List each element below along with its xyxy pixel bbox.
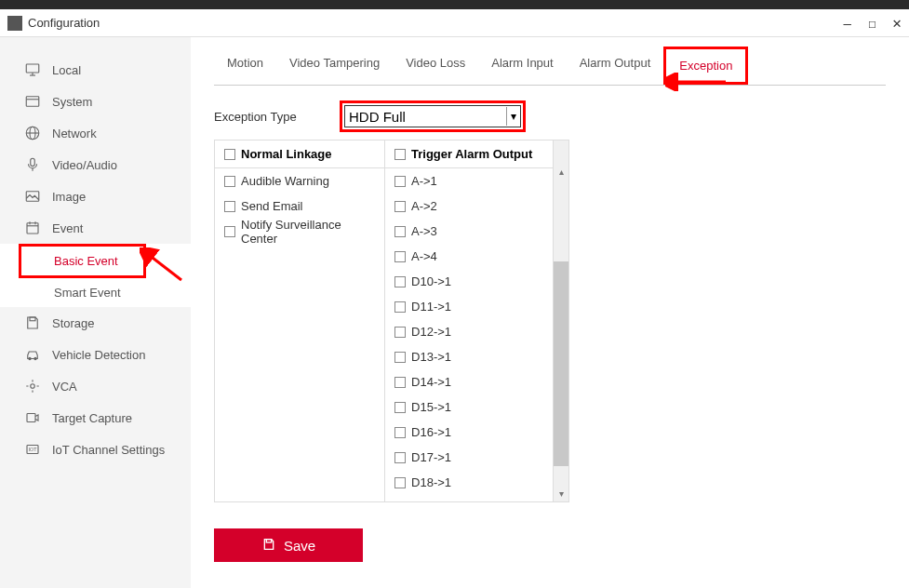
close-button[interactable]: ✕ xyxy=(892,14,902,32)
checkbox[interactable] xyxy=(394,427,406,438)
sidebar-item-event[interactable]: Event xyxy=(0,212,191,244)
linkage-row[interactable]: A->4 xyxy=(385,244,553,269)
exception-type-select[interactable]: HDD Full ▾ xyxy=(344,105,521,127)
exception-type-label: Exception Type xyxy=(214,110,316,124)
vca-icon xyxy=(24,378,41,394)
sidebar-item-smart-event[interactable]: Smart Event xyxy=(0,278,191,307)
tab-alarm-input[interactable]: Alarm Input xyxy=(478,47,566,85)
checkbox[interactable] xyxy=(394,352,406,363)
minimize-button[interactable]: — xyxy=(843,16,850,31)
svg-point-18 xyxy=(31,384,35,389)
sidebar-label: System xyxy=(52,95,92,109)
scroll-up-icon[interactable]: ▴ xyxy=(554,163,568,180)
chevron-down-icon: ▾ xyxy=(506,107,516,126)
app-icon xyxy=(7,16,22,31)
checkbox[interactable] xyxy=(224,201,235,212)
checkbox[interactable] xyxy=(394,201,406,212)
svg-rect-22 xyxy=(266,539,271,541)
annotation-highlight: Basic Event xyxy=(19,244,146,278)
checkbox[interactable] xyxy=(394,176,406,187)
sidebar-item-vehicle-detection[interactable]: Vehicle Detection xyxy=(0,339,191,370)
tab-video-loss[interactable]: Video Loss xyxy=(393,47,478,85)
linkage-row[interactable]: D13->1 xyxy=(385,344,553,369)
linkage-row[interactable]: Send Email xyxy=(215,194,384,219)
linkage-row[interactable]: D15->1 xyxy=(385,394,553,420)
image-icon xyxy=(24,188,41,205)
svg-rect-19 xyxy=(27,414,35,422)
save-label: Save xyxy=(284,538,315,554)
mic-icon xyxy=(24,156,41,173)
linkage-row[interactable]: A->3 xyxy=(385,219,553,244)
linkage-row[interactable]: D18->1 xyxy=(385,470,553,495)
select-value: HDD Full xyxy=(349,109,406,125)
sidebar-label: Vehicle Detection xyxy=(52,348,145,362)
sidebar: Local System Network Video/Audio Image E… xyxy=(0,37,191,588)
linkage-row[interactable]: Notify Surveillance Center xyxy=(215,219,384,244)
checkbox[interactable] xyxy=(394,402,406,413)
checkbox[interactable] xyxy=(394,226,406,237)
sidebar-label: IoT Channel Settings xyxy=(52,443,165,457)
config-window: Configuration — ☐ ✕ Local System Network xyxy=(0,9,909,588)
sidebar-item-network[interactable]: Network xyxy=(0,117,191,149)
checkbox[interactable] xyxy=(224,176,235,187)
sidebar-item-vca[interactable]: VCA xyxy=(0,370,191,402)
sidebar-item-target-capture[interactable]: Target Capture xyxy=(0,402,191,434)
tab-alarm-output[interactable]: Alarm Output xyxy=(567,47,664,85)
sidebar-item-iot[interactable]: IOT IoT Channel Settings xyxy=(0,434,191,465)
save-icon xyxy=(261,537,276,555)
save-button[interactable]: Save xyxy=(214,528,363,562)
globe-icon xyxy=(24,125,41,141)
checkbox[interactable] xyxy=(394,452,406,463)
normal-linkage-header: Normal Linkage xyxy=(215,140,384,168)
linkage-row[interactable]: A->1 xyxy=(385,168,553,194)
tab-motion[interactable]: Motion xyxy=(214,47,276,85)
sidebar-label: Basic Event xyxy=(54,254,118,268)
sidebar-item-video-audio[interactable]: Video/Audio xyxy=(0,149,191,180)
annotation-highlight: HDD Full ▾ xyxy=(340,100,526,132)
sidebar-item-system[interactable]: System xyxy=(0,86,191,117)
sidebar-item-storage[interactable]: Storage xyxy=(0,307,191,339)
sidebar-label: Video/Audio xyxy=(52,158,117,172)
trigger-alarm-header: Trigger Alarm Output xyxy=(385,140,553,168)
checkbox[interactable] xyxy=(394,251,406,262)
trigger-alarm-column: Trigger Alarm Output A->1 A->2 A->3 A->4… xyxy=(385,140,554,501)
sidebar-label: Image xyxy=(52,190,86,204)
checkbox[interactable] xyxy=(394,276,406,287)
svg-rect-11 xyxy=(27,223,38,234)
linkage-row[interactable]: D10->1 xyxy=(385,269,553,294)
scrollbar[interactable]: ▴ ▾ xyxy=(554,140,568,501)
sidebar-submenu: Basic Event Smart Event xyxy=(0,244,191,307)
sidebar-item-image[interactable]: Image xyxy=(0,180,191,212)
linkage-row[interactable]: D11->1 xyxy=(385,294,553,319)
checkbox[interactable] xyxy=(394,377,406,388)
calendar-icon xyxy=(24,220,41,236)
checkbox[interactable] xyxy=(394,327,406,338)
maximize-button[interactable]: ☐ xyxy=(868,16,876,31)
sidebar-item-local[interactable]: Local xyxy=(0,54,191,86)
sidebar-label: Target Capture xyxy=(52,411,132,425)
checkbox-all-normal[interactable] xyxy=(224,149,235,160)
monitor-icon xyxy=(24,61,41,78)
scroll-thumb[interactable] xyxy=(554,261,568,466)
linkage-table: Normal Linkage Audible Warning Send Emai… xyxy=(214,140,569,502)
linkage-row[interactable]: Audible Warning xyxy=(215,168,384,194)
tab-exception[interactable]: Exception xyxy=(663,47,748,85)
linkage-row[interactable]: D16->1 xyxy=(385,420,553,445)
sidebar-label: Event xyxy=(52,221,83,235)
svg-rect-3 xyxy=(26,97,39,107)
checkbox[interactable] xyxy=(224,226,235,237)
svg-rect-15 xyxy=(30,317,35,321)
linkage-row[interactable]: A->2 xyxy=(385,194,553,219)
svg-text:IOT: IOT xyxy=(29,447,38,452)
checkbox[interactable] xyxy=(394,301,406,313)
scroll-down-icon[interactable]: ▾ xyxy=(554,485,568,501)
linkage-row[interactable]: D14->1 xyxy=(385,369,553,394)
sidebar-item-basic-event[interactable]: Basic Event xyxy=(21,247,143,275)
linkage-row[interactable]: D17->1 xyxy=(385,445,553,470)
sidebar-label: Network xyxy=(52,127,97,140)
normal-linkage-column: Normal Linkage Audible Warning Send Emai… xyxy=(215,140,385,501)
checkbox-all-trigger[interactable] xyxy=(394,149,406,160)
linkage-row[interactable]: D12->1 xyxy=(385,319,553,344)
tab-video-tampering[interactable]: Video Tampering xyxy=(276,47,393,85)
checkbox[interactable] xyxy=(394,477,406,488)
